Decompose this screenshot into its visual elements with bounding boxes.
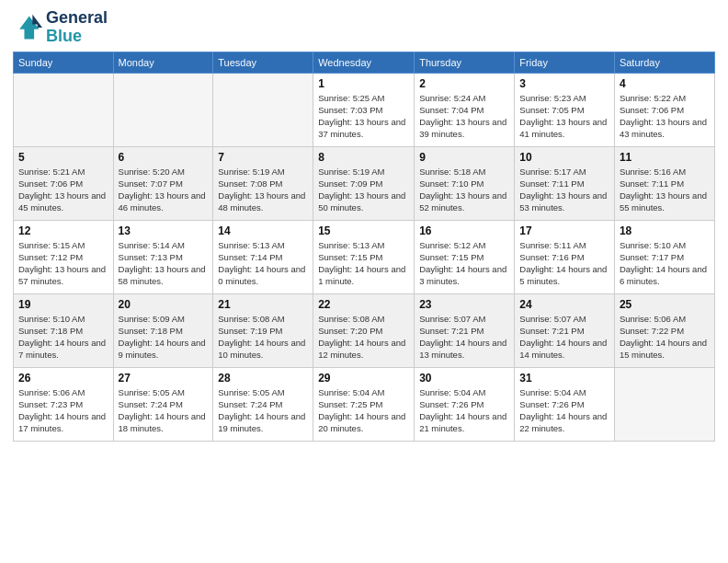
day-info: Sunrise: 5:08 AM Sunset: 7:19 PM Dayligh…: [218, 313, 308, 362]
day-info: Sunrise: 5:09 AM Sunset: 7:18 PM Dayligh…: [119, 313, 209, 362]
day-header: Monday: [113, 52, 213, 73]
day-number: 17: [519, 224, 609, 237]
calendar-cell: [113, 73, 213, 146]
day-header: Tuesday: [213, 52, 313, 73]
day-info: Sunrise: 5:06 AM Sunset: 7:23 PM Dayligh…: [18, 386, 108, 435]
day-header: Wednesday: [313, 52, 415, 73]
calendar-cell: 4Sunrise: 5:22 AM Sunset: 7:06 PM Daylig…: [614, 73, 714, 146]
calendar-cell: 15Sunrise: 5:13 AM Sunset: 7:15 PM Dayli…: [313, 220, 415, 293]
day-number: 31: [519, 372, 609, 385]
week-row: 26Sunrise: 5:06 AM Sunset: 7:23 PM Dayli…: [14, 367, 715, 441]
calendar-cell: 27Sunrise: 5:05 AM Sunset: 7:24 PM Dayli…: [113, 367, 213, 441]
day-number: 22: [318, 298, 409, 311]
day-header: Sunday: [14, 52, 114, 73]
calendar-cell: 19Sunrise: 5:10 AM Sunset: 7:18 PM Dayli…: [14, 293, 114, 367]
calendar-cell: 26Sunrise: 5:06 AM Sunset: 7:23 PM Dayli…: [14, 367, 114, 441]
calendar-cell: 17Sunrise: 5:11 AM Sunset: 7:16 PM Dayli…: [515, 220, 615, 293]
calendar: SundayMondayTuesdayWednesdayThursdayFrid…: [13, 52, 715, 442]
day-number: 14: [218, 224, 308, 237]
day-number: 30: [419, 372, 509, 385]
calendar-cell: 31Sunrise: 5:04 AM Sunset: 7:26 PM Dayli…: [515, 367, 615, 441]
week-row: 5Sunrise: 5:21 AM Sunset: 7:06 PM Daylig…: [14, 146, 715, 220]
day-info: Sunrise: 5:07 AM Sunset: 7:21 PM Dayligh…: [519, 313, 609, 362]
day-info: Sunrise: 5:23 AM Sunset: 7:05 PM Dayligh…: [519, 92, 609, 141]
day-info: Sunrise: 5:21 AM Sunset: 7:06 PM Dayligh…: [18, 166, 108, 214]
calendar-cell: 23Sunrise: 5:07 AM Sunset: 7:21 PM Dayli…: [415, 293, 515, 367]
day-number: 24: [519, 298, 609, 311]
day-info: Sunrise: 5:15 AM Sunset: 7:12 PM Dayligh…: [18, 239, 108, 288]
day-number: 11: [620, 151, 710, 164]
logo-text: General Blue: [46, 9, 108, 46]
calendar-cell: 10Sunrise: 5:17 AM Sunset: 7:11 PM Dayli…: [515, 146, 615, 220]
day-number: 18: [620, 224, 710, 237]
calendar-cell: 21Sunrise: 5:08 AM Sunset: 7:19 PM Dayli…: [213, 293, 313, 367]
calendar-cell: 6Sunrise: 5:20 AM Sunset: 7:07 PM Daylig…: [113, 146, 213, 220]
calendar-cell: 3Sunrise: 5:23 AM Sunset: 7:05 PM Daylig…: [515, 73, 615, 146]
calendar-cell: 12Sunrise: 5:15 AM Sunset: 7:12 PM Dayli…: [14, 220, 114, 293]
day-header: Thursday: [415, 52, 515, 73]
day-number: 28: [218, 372, 308, 385]
header: General Blue: [13, 9, 715, 46]
day-number: 16: [419, 224, 509, 237]
day-number: 27: [119, 372, 209, 385]
calendar-cell: 14Sunrise: 5:13 AM Sunset: 7:14 PM Dayli…: [213, 220, 313, 293]
day-header: Saturday: [614, 52, 714, 73]
calendar-cell: 28Sunrise: 5:05 AM Sunset: 7:24 PM Dayli…: [213, 367, 313, 441]
day-number: 20: [119, 298, 209, 311]
calendar-cell: 22Sunrise: 5:08 AM Sunset: 7:20 PM Dayli…: [313, 293, 415, 367]
day-number: 3: [519, 77, 609, 90]
calendar-cell: 16Sunrise: 5:12 AM Sunset: 7:15 PM Dayli…: [415, 220, 515, 293]
day-info: Sunrise: 5:05 AM Sunset: 7:24 PM Dayligh…: [119, 386, 209, 435]
day-info: Sunrise: 5:04 AM Sunset: 7:26 PM Dayligh…: [419, 386, 509, 435]
calendar-cell: 9Sunrise: 5:18 AM Sunset: 7:10 PM Daylig…: [415, 146, 515, 220]
day-number: 7: [218, 151, 308, 164]
header-row: SundayMondayTuesdayWednesdayThursdayFrid…: [14, 52, 715, 73]
day-info: Sunrise: 5:07 AM Sunset: 7:21 PM Dayligh…: [419, 313, 509, 362]
calendar-cell: 13Sunrise: 5:14 AM Sunset: 7:13 PM Dayli…: [113, 220, 213, 293]
day-header: Friday: [515, 52, 615, 73]
day-info: Sunrise: 5:17 AM Sunset: 7:11 PM Dayligh…: [519, 166, 609, 214]
day-info: Sunrise: 5:08 AM Sunset: 7:20 PM Dayligh…: [318, 313, 409, 362]
day-number: 15: [318, 224, 409, 237]
calendar-cell: 20Sunrise: 5:09 AM Sunset: 7:18 PM Dayli…: [113, 293, 213, 367]
day-info: Sunrise: 5:05 AM Sunset: 7:24 PM Dayligh…: [218, 386, 308, 435]
day-info: Sunrise: 5:24 AM Sunset: 7:04 PM Dayligh…: [419, 92, 509, 141]
day-info: Sunrise: 5:22 AM Sunset: 7:06 PM Dayligh…: [620, 92, 710, 141]
calendar-cell: [14, 73, 114, 146]
day-info: Sunrise: 5:14 AM Sunset: 7:13 PM Dayligh…: [119, 239, 209, 288]
day-info: Sunrise: 5:04 AM Sunset: 7:25 PM Dayligh…: [318, 386, 409, 435]
day-info: Sunrise: 5:20 AM Sunset: 7:07 PM Dayligh…: [119, 166, 209, 214]
day-number: 6: [119, 151, 209, 164]
day-number: 9: [419, 151, 509, 164]
logo-icon: [13, 13, 42, 42]
day-number: 26: [18, 372, 108, 385]
day-number: 23: [419, 298, 509, 311]
calendar-cell: 30Sunrise: 5:04 AM Sunset: 7:26 PM Dayli…: [415, 367, 515, 441]
day-info: Sunrise: 5:13 AM Sunset: 7:14 PM Dayligh…: [218, 239, 308, 288]
week-row: 1Sunrise: 5:25 AM Sunset: 7:03 PM Daylig…: [14, 73, 715, 146]
day-number: 4: [620, 77, 710, 90]
day-number: 1: [318, 77, 409, 90]
day-number: 10: [519, 151, 609, 164]
day-number: 12: [18, 224, 108, 237]
day-info: Sunrise: 5:04 AM Sunset: 7:26 PM Dayligh…: [519, 386, 609, 435]
day-info: Sunrise: 5:06 AM Sunset: 7:22 PM Dayligh…: [620, 313, 710, 362]
day-number: 8: [318, 151, 409, 164]
day-info: Sunrise: 5:18 AM Sunset: 7:10 PM Dayligh…: [419, 166, 509, 214]
day-number: 29: [318, 372, 409, 385]
day-number: 21: [218, 298, 308, 311]
day-number: 5: [18, 151, 108, 164]
day-number: 13: [119, 224, 209, 237]
logo: General Blue: [13, 9, 108, 46]
day-number: 25: [620, 298, 710, 311]
day-info: Sunrise: 5:25 AM Sunset: 7:03 PM Dayligh…: [318, 92, 409, 141]
day-number: 2: [419, 77, 509, 90]
day-info: Sunrise: 5:10 AM Sunset: 7:18 PM Dayligh…: [18, 313, 108, 362]
week-row: 19Sunrise: 5:10 AM Sunset: 7:18 PM Dayli…: [14, 293, 715, 367]
page: General Blue SundayMondayTuesdayWednesda…: [0, 0, 728, 563]
calendar-cell: [213, 73, 313, 146]
calendar-cell: 7Sunrise: 5:19 AM Sunset: 7:08 PM Daylig…: [213, 146, 313, 220]
calendar-cell: 5Sunrise: 5:21 AM Sunset: 7:06 PM Daylig…: [14, 146, 114, 220]
calendar-cell: [614, 367, 714, 441]
calendar-cell: 29Sunrise: 5:04 AM Sunset: 7:25 PM Dayli…: [313, 367, 415, 441]
